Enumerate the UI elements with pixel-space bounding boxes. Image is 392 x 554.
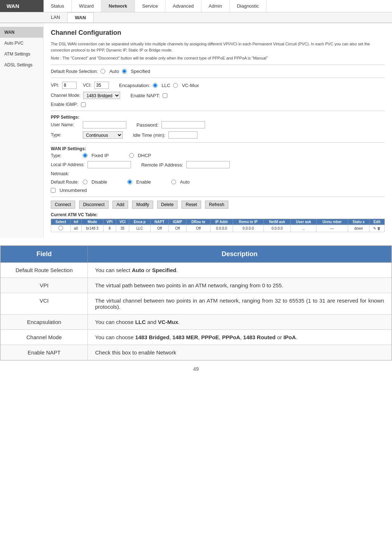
disconnect-button[interactable]: Disconnect (79, 201, 109, 209)
default-route2-disable-radio[interactable] (83, 180, 87, 184)
password-label: Password: (136, 122, 159, 128)
connect-button[interactable]: Connect (51, 201, 75, 209)
nav-tab-service[interactable]: Service (135, 0, 166, 12)
col-igmp: IGMP (169, 219, 186, 225)
bold-1483routed: 1483 Routed (243, 334, 275, 340)
col-vpi: VPI (103, 219, 116, 225)
nav-tab-network[interactable]: Network (101, 0, 135, 12)
wan-type-fixed-radio[interactable] (83, 153, 87, 158)
idle-time-label: Idle Time (min): (133, 132, 166, 138)
channel-note: Note : The "Connect" and "Disconnect" bu… (51, 56, 385, 60)
encap-llc-radio[interactable] (153, 83, 158, 88)
col-select: Select (51, 219, 71, 225)
modify-button[interactable]: Modify (132, 201, 153, 209)
bold-auto: Auto (132, 267, 144, 273)
divider-4 (51, 142, 385, 143)
col-ip: IP Addr (211, 219, 233, 225)
default-route-specified-label: Specified (131, 69, 150, 74)
desc-field-vpi: VPI (1, 278, 88, 293)
sub-tab-wan[interactable]: WAN (67, 12, 93, 22)
sidebar-item-auto-pvc[interactable]: Auto PVC (0, 38, 43, 49)
delete-button[interactable]: Delete (157, 201, 178, 209)
vci-input[interactable] (94, 82, 109, 89)
default-route2-enable-radio[interactable] (127, 180, 132, 184)
wan-brand-label: WAN (0, 0, 44, 12)
bold-1483bridged: 1483 Bridged (135, 334, 169, 340)
cell-vci: 35 (116, 225, 129, 232)
content-area: Channel Configuration The DSL WAN connec… (44, 23, 392, 238)
bold-vcmux: VC-Mux (158, 319, 178, 325)
reset-button[interactable]: Reset (181, 201, 201, 209)
action-buttons-row: Connect Disconnect Add Modify Delete Res… (51, 201, 385, 209)
cell-ip: 0.0.0.0 (211, 225, 233, 232)
nav-tab-wizard[interactable]: Wizard (72, 0, 101, 12)
add-button[interactable]: Add (113, 201, 128, 209)
vpi-input[interactable] (62, 82, 77, 89)
desc-desc-encapsulation: You can choose LLC and VC-Mux. (88, 315, 392, 330)
sub-tab-lan[interactable]: LAN (44, 12, 67, 22)
wan-type-dhcp-label: DHCP (138, 153, 151, 158)
cell-edit[interactable]: ✎ 🗑 (369, 225, 385, 232)
col-unnum: Unnu mber (317, 219, 348, 225)
remote-ip-input[interactable] (186, 161, 230, 168)
default-route-specified-radio[interactable] (122, 69, 127, 74)
idle-time-input[interactable] (168, 131, 197, 139)
ppp-type-select[interactable]: Continuous Connect on Demand Manual (83, 131, 123, 139)
default-route-auto-radio[interactable] (101, 69, 105, 74)
desc-field-enable-napt: Enable NAPT (1, 345, 88, 360)
sidebar-item-adsl-settings[interactable]: ADSL Settings (0, 59, 43, 70)
nav-tab-status[interactable]: Status (44, 0, 72, 12)
cell-select[interactable] (51, 225, 71, 232)
wan-type-dhcp-radio[interactable] (129, 153, 134, 158)
refresh-button[interactable]: Refresh (205, 201, 228, 209)
encap-vcmux-radio[interactable] (173, 83, 178, 88)
nav-tab-advanced[interactable]: Advanced (166, 0, 201, 12)
desc-desc-default-route: You can select Auto or Specified. (88, 263, 392, 278)
desc-table-header-row: Field Description (1, 246, 392, 263)
cell-vpi: 8 (103, 225, 116, 232)
cell-napt: Off (150, 225, 169, 232)
col-inf: Inf (70, 219, 81, 225)
channel-mode-label: Channel Mode: (51, 93, 80, 98)
vpi-label: VPI: (51, 83, 59, 88)
sidebar-item-wan[interactable]: WAN (0, 27, 43, 38)
divider-3 (51, 111, 385, 111)
unnumbered-checkbox[interactable] (51, 188, 56, 193)
username-label: User Name: (51, 122, 80, 127)
bold-1483mer: 1483 MER (172, 334, 198, 340)
cell-droute: Off (186, 225, 210, 232)
nav-tab-diagnostic[interactable]: Diagnostic (230, 0, 267, 12)
sub-nav: LAN WAN (0, 12, 392, 23)
enable-igmp-checkbox[interactable] (81, 102, 86, 107)
channel-desc: The DSL WAN connection can be separated … (51, 41, 385, 53)
main-layout: WAN Auto PVC ATM Settings ADSL Settings … (0, 23, 392, 238)
local-ip-input[interactable] (87, 161, 131, 168)
wan-type-row: Type: Fixed IP DHCP (51, 153, 385, 158)
cell-enca: LLC (129, 225, 151, 232)
cell-igmp: Off (169, 225, 186, 232)
desc-row-enable-napt: Enable NAPT Check this box to enable Net… (1, 345, 392, 360)
col-napt: NAPT (150, 219, 169, 225)
col-netmask: NetM ask (264, 219, 290, 225)
enable-napt-label: Enable NAPT: (130, 93, 160, 98)
desc-desc-channel-mode: You can choose 1483 Bridged, 1483 MER, P… (88, 330, 392, 345)
ppp-type-label: Type: (51, 132, 80, 138)
cell-mode: br148 3 (81, 225, 103, 232)
nav-tab-admin[interactable]: Admin (201, 0, 230, 12)
col-remoteip: Remo te IP (233, 219, 264, 225)
bold-ipoa: IPoA (283, 334, 296, 340)
desc-row-default-route: Default Route Selection You can select A… (1, 263, 392, 278)
desc-field-vci: VCI (1, 293, 88, 315)
unnumbered-row: Unnumbered (51, 188, 385, 193)
vci-label: VCI: (83, 83, 91, 88)
row-select-radio[interactable] (58, 226, 63, 230)
desc-row-encapsulation: Encapsulation You can choose LLC and VC-… (1, 315, 392, 330)
enable-napt-checkbox[interactable] (163, 93, 167, 98)
username-input[interactable] (83, 121, 126, 128)
default-route2-auto-radio[interactable] (171, 180, 176, 184)
sidebar: WAN Auto PVC ATM Settings ADSL Settings (0, 23, 44, 238)
sidebar-item-atm-settings[interactable]: ATM Settings (0, 49, 43, 59)
channel-mode-select[interactable]: 1483 Bridged 1483 MER PPPoE PPPoA 1483 R… (83, 92, 120, 99)
password-input[interactable] (162, 121, 205, 128)
col-edit: Edit (369, 219, 385, 225)
